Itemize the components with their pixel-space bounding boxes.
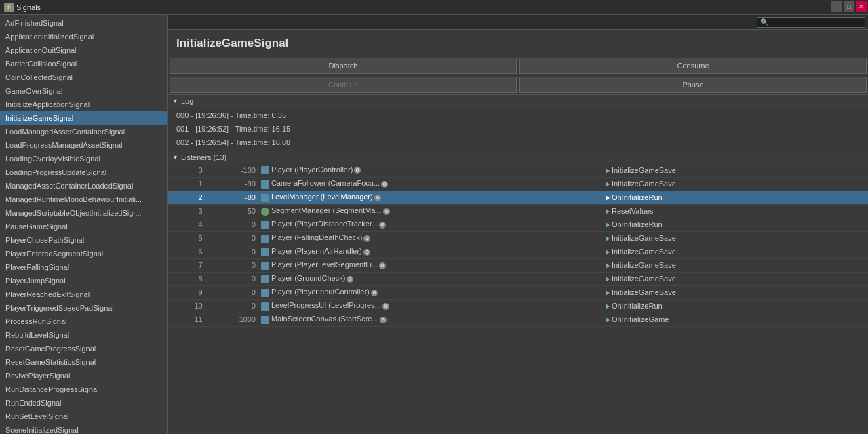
row-object: Player (PlayerInAirHandler)⚙ [258, 245, 603, 258]
settings-dot-icon: ⚙ [379, 222, 386, 229]
signal-item[interactable]: PlayerTriggeredSpeedPadSignal [0, 301, 167, 315]
signal-item[interactable]: ManagedAssetContainerLoadedSignal [0, 179, 167, 193]
log-header[interactable]: ▼ Log [168, 95, 868, 107]
title-bar: ⚡ Signals ─ □ ✕ [0, 0, 868, 15]
search-wrap[interactable]: 🔍 [757, 17, 865, 28]
signal-item[interactable]: InitializeApplicationSignal [0, 98, 167, 111]
listeners-arrow-icon: ▼ [172, 154, 178, 161]
table-row[interactable]: 50Player (FallingDeathCheck)⚙InitializeG… [168, 231, 868, 245]
consume-button[interactable]: Consume [519, 58, 867, 74]
object-icon [261, 208, 269, 216]
table-row[interactable]: 100LevelProgressUI (LevelProgres...⚙OnIn… [168, 299, 868, 313]
signal-item[interactable]: ManagedRuntimeMonoBehaviourInitiali... [0, 193, 167, 206]
signal-item[interactable]: PlayerJumpSignal [0, 274, 167, 288]
settings-dot-icon: ⚙ [380, 317, 387, 323]
signal-item[interactable]: LoadManagedAssetContainerSignal [0, 125, 167, 138]
listeners-data-table: 0-100Player (PlayerController)⚙Initializ… [168, 163, 868, 327]
signal-item[interactable]: LoadingProgressUpdateSignal [0, 165, 167, 179]
signal-item[interactable]: RebuildLevelSignal [0, 328, 167, 342]
play-icon [606, 290, 610, 296]
table-row[interactable]: 40Player (PlayerDistanceTracker...⚙OnIni… [168, 218, 868, 231]
row-index: 5 [168, 231, 205, 245]
row-priority: 1000 [205, 313, 258, 326]
signal-item[interactable]: PlayerEnteredSegmentSignal [0, 247, 167, 260]
row-index: 10 [168, 299, 205, 313]
row-index: 1 [168, 177, 205, 191]
signal-item[interactable]: PlayerReachedExitSignal [0, 288, 167, 301]
signal-item[interactable]: CoinCollectedSignal [0, 71, 167, 84]
row-method: InitializeGameSave [603, 245, 868, 258]
play-icon [606, 168, 610, 174]
row-object: Player (FallingDeathCheck)⚙ [258, 231, 603, 245]
signal-item[interactable]: PauseGameSignal [0, 220, 167, 233]
signal-item[interactable]: LoadProgressManagedAssetSignal [0, 138, 167, 152]
row-method: InitializeGameSave [603, 163, 868, 177]
play-icon [606, 236, 610, 241]
table-row[interactable]: 2-80LevelManager (LevelManager)⚙OnInitia… [168, 191, 868, 204]
listeners-header[interactable]: ▼ Listeners (13) [168, 151, 868, 163]
settings-dot-icon: ⚙ [374, 195, 381, 201]
row-method: InitializeGameSave [603, 272, 868, 285]
signal-item[interactable]: SceneInitializedSignal [0, 423, 167, 434]
signal-title: InitializeGameSignal [168, 30, 868, 56]
row-object: Player (PlayerLevelSegmentLi...⚙ [258, 258, 603, 272]
signal-item[interactable]: ApplicationQuitSignal [0, 43, 167, 57]
maximize-button[interactable]: □ [844, 1, 854, 12]
row-index: 8 [168, 272, 205, 285]
play-icon [606, 209, 610, 214]
signal-item[interactable]: ManagedScriptableObjectInitializedSigr..… [0, 206, 167, 220]
signal-item[interactable]: ResetGameProgressSignal [0, 342, 167, 355]
signal-item[interactable]: RunSetLevelSignal [0, 410, 167, 423]
row-priority: 0 [205, 245, 258, 258]
dispatch-button[interactable]: Dispatch [170, 58, 517, 74]
row-method: ResetValues [603, 204, 868, 218]
row-priority: 0 [205, 285, 258, 299]
object-icon [261, 235, 269, 243]
settings-dot-icon: ⚙ [354, 167, 361, 174]
continue-button[interactable]: Continue [170, 77, 517, 93]
pause-button[interactable]: Pause [519, 77, 867, 93]
play-icon [606, 195, 610, 201]
signal-item[interactable]: InitializeGameSignal [0, 111, 167, 125]
table-row[interactable]: 1-90CameraFollower (CameraFocu...⚙Initia… [168, 177, 868, 191]
row-priority: 0 [205, 231, 258, 245]
table-row[interactable]: 70Player (PlayerLevelSegmentLi...⚙Initia… [168, 258, 868, 272]
signal-item[interactable]: GameOverSignal [0, 84, 167, 98]
signal-item[interactable]: ProcessRunSignal [0, 315, 167, 328]
signal-item[interactable]: RevivePlayerSignal [0, 369, 167, 382]
minimize-button[interactable]: ─ [831, 1, 842, 12]
search-input[interactable] [770, 18, 862, 26]
row-method: InitializeGameSave [603, 258, 868, 272]
signal-item[interactable]: ResetGameStatisticsSignal [0, 355, 167, 369]
signal-item[interactable]: RunEndedSignal [0, 396, 167, 410]
table-row[interactable]: 3-50SegmentManager (SegmentMa...⚙ResetVa… [168, 204, 868, 218]
object-icon [261, 194, 269, 202]
listeners-table: 0-100Player (PlayerController)⚙Initializ… [168, 163, 868, 434]
play-icon [606, 263, 610, 269]
settings-dot-icon: ⚙ [347, 276, 353, 283]
table-row[interactable]: 90Player (PlayerInputController)⚙Initial… [168, 285, 868, 299]
settings-dot-icon: ⚙ [383, 208, 390, 215]
row-priority: 0 [205, 218, 258, 231]
signal-item[interactable]: LoadingOverlayVisibleSignal [0, 152, 167, 165]
signal-item[interactable]: BarrierCollisionSignal [0, 57, 167, 71]
object-icon [261, 262, 269, 270]
row-priority: -90 [205, 177, 258, 191]
table-row[interactable]: 60Player (PlayerInAirHandler)⚙Initialize… [168, 245, 868, 258]
object-icon [261, 248, 269, 256]
row-method: InitializeGameSave [603, 177, 868, 191]
signal-item[interactable]: PlayerChosePathSignal [0, 233, 167, 247]
table-row[interactable]: 80Player (GroundCheck)⚙InitializeGameSav… [168, 272, 868, 285]
signal-item[interactable]: ApplicationInitializedSignal [0, 30, 167, 43]
table-row[interactable]: 111000MainScreenCanvas (StartScre...⚙OnI… [168, 313, 868, 326]
row-method: InitializeGameSave [603, 285, 868, 299]
close-button[interactable]: ✕ [856, 1, 867, 12]
table-row[interactable]: 0-100Player (PlayerController)⚙Initializ… [168, 163, 868, 177]
signal-item[interactable]: AdFinishedSignal [0, 16, 167, 30]
search-icon: 🔍 [760, 18, 768, 26]
signal-item[interactable]: RunDistanceProgressSignal [0, 382, 167, 396]
row-priority: -100 [205, 163, 258, 177]
row-method: OnInitializeRun [603, 218, 868, 231]
signal-item[interactable]: PlayerFallingSignal [0, 260, 167, 274]
row-method: OnInitializeRun [603, 299, 868, 313]
